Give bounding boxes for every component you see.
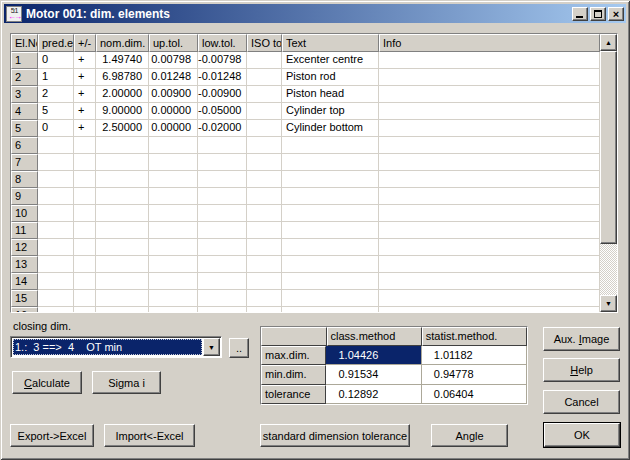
row-header-button[interactable]: 15	[11, 290, 38, 307]
cell-low-tol[interactable]	[198, 239, 247, 256]
cell-pred-el[interactable]	[38, 256, 74, 273]
cell-text[interactable]	[282, 137, 379, 154]
cell-plus-minus[interactable]: +	[74, 120, 96, 137]
calculate-button[interactable]: Calculate	[12, 371, 82, 394]
cell-up-tol[interactable]	[149, 137, 198, 154]
cell-plus-minus[interactable]	[74, 290, 96, 307]
cell-low-tol[interactable]: -0.01248	[198, 69, 247, 86]
cell-nom-dim[interactable]	[96, 290, 149, 307]
cell-low-tol[interactable]: -0.00900	[198, 86, 247, 103]
cell-text[interactable]: Cylinder top	[282, 103, 379, 120]
cell-text[interactable]	[282, 205, 379, 222]
cell-up-tol[interactable]	[149, 273, 198, 290]
cell-nom-dim[interactable]: 2.50000	[96, 120, 149, 137]
cell-info[interactable]	[379, 120, 600, 137]
results-value-cell[interactable]: 1.01182	[422, 346, 527, 366]
cell-iso-tol[interactable]	[247, 171, 282, 188]
cell-low-tol[interactable]	[198, 188, 247, 205]
cell-nom-dim[interactable]	[96, 188, 149, 205]
row-header-button[interactable]: 2	[11, 69, 38, 86]
row-header-button[interactable]: 10	[11, 205, 38, 222]
cell-pred-el[interactable]: 0	[38, 52, 74, 69]
row-header-button[interactable]: 7	[11, 154, 38, 171]
col-header-nom-dim[interactable]: nom.dim.	[96, 34, 149, 52]
cell-iso-tol[interactable]	[247, 239, 282, 256]
results-value-cell[interactable]: 1.04426	[326, 346, 421, 366]
closing-dim-selected-value[interactable]: 1.: 3 ==> 4 OT min	[13, 339, 202, 355]
col-header-low-tol[interactable]: low.tol.	[198, 34, 247, 52]
cell-plus-minus[interactable]	[74, 171, 96, 188]
cell-text[interactable]	[282, 239, 379, 256]
cell-plus-minus[interactable]	[74, 188, 96, 205]
cell-iso-tol[interactable]	[247, 154, 282, 171]
cell-iso-tol[interactable]	[247, 120, 282, 137]
cell-low-tol[interactable]	[198, 307, 247, 312]
cell-info[interactable]	[379, 86, 600, 103]
cell-up-tol[interactable]: 0.00900	[149, 86, 198, 103]
cell-text[interactable]: Cylinder bottom	[282, 120, 379, 137]
cell-info[interactable]	[379, 137, 600, 154]
cell-text[interactable]	[282, 273, 379, 290]
maximize-button[interactable]	[590, 7, 606, 21]
angle-button[interactable]: Angle	[431, 424, 508, 447]
cell-up-tol[interactable]: 0.00000	[149, 120, 198, 137]
cell-info[interactable]	[379, 290, 600, 307]
col-header-el-no[interactable]: El.No	[11, 34, 38, 52]
cell-low-tol[interactable]	[198, 171, 247, 188]
cell-iso-tol[interactable]	[247, 205, 282, 222]
cell-low-tol[interactable]: -0.05000	[198, 103, 247, 120]
sigma-i-button[interactable]: Sigma i	[92, 371, 161, 394]
row-header-button[interactable]: 4	[11, 103, 38, 120]
results-value-cell[interactable]: 0.06404	[422, 385, 527, 405]
cell-iso-tol[interactable]	[247, 52, 282, 69]
cell-pred-el[interactable]: 0	[38, 120, 74, 137]
cell-info[interactable]	[379, 256, 600, 273]
row-header-button[interactable]: 16	[11, 307, 38, 312]
minimize-button[interactable]	[572, 7, 588, 21]
col-header-up-tol[interactable]: up.tol.	[149, 34, 198, 52]
cell-plus-minus[interactable]	[74, 222, 96, 239]
cell-iso-tol[interactable]	[247, 290, 282, 307]
cell-nom-dim[interactable]: 2.00000	[96, 86, 149, 103]
col-header-info[interactable]: Info	[379, 34, 600, 52]
cell-up-tol[interactable]: 0.00798	[149, 52, 198, 69]
cell-info[interactable]	[379, 52, 600, 69]
col-header-iso-tol[interactable]: ISO tol.	[247, 34, 282, 52]
cell-low-tol[interactable]	[198, 154, 247, 171]
cell-pred-el[interactable]	[38, 273, 74, 290]
cell-info[interactable]	[379, 188, 600, 205]
cell-plus-minus[interactable]	[74, 137, 96, 154]
cell-info[interactable]	[379, 273, 600, 290]
cell-iso-tol[interactable]	[247, 307, 282, 312]
cell-up-tol[interactable]	[149, 171, 198, 188]
cell-low-tol[interactable]	[198, 222, 247, 239]
browse-closing-dim-button[interactable]: ..	[229, 338, 249, 358]
cell-pred-el[interactable]	[38, 290, 74, 307]
cell-nom-dim[interactable]	[96, 222, 149, 239]
cell-pred-el[interactable]: 1	[38, 69, 74, 86]
cell-low-tol[interactable]	[198, 273, 247, 290]
scrollbar-track[interactable]	[600, 51, 617, 295]
cell-iso-tol[interactable]	[247, 103, 282, 120]
cell-info[interactable]	[379, 222, 600, 239]
col-header-text[interactable]: Text	[282, 34, 379, 52]
cell-text[interactable]	[282, 154, 379, 171]
aux-image-button[interactable]: Aux. Image	[543, 327, 620, 351]
cell-plus-minus[interactable]: +	[74, 103, 96, 120]
cell-up-tol[interactable]: 0.00000	[149, 103, 198, 120]
export-excel-button[interactable]: Export->Excel	[10, 424, 94, 447]
row-header-button[interactable]: 11	[11, 222, 38, 239]
row-header-button[interactable]: 8	[11, 171, 38, 188]
col-header-pred-el[interactable]: pred.el.	[38, 34, 74, 52]
cell-nom-dim[interactable]: 9.00000	[96, 103, 149, 120]
cell-pred-el[interactable]	[38, 307, 74, 312]
col-header-plus-minus[interactable]: +/-	[74, 34, 96, 52]
cell-info[interactable]	[379, 171, 600, 188]
row-header-button[interactable]: 13	[11, 256, 38, 273]
standard-dimension-tolerance-button[interactable]: standard dimension tolerance	[260, 424, 410, 447]
cancel-button[interactable]: Cancel	[543, 390, 620, 414]
help-button[interactable]: Help	[543, 358, 620, 382]
cell-nom-dim[interactable]	[96, 205, 149, 222]
row-header-button[interactable]: 5	[11, 120, 38, 137]
scroll-down-button[interactable]: ▼	[600, 295, 617, 312]
